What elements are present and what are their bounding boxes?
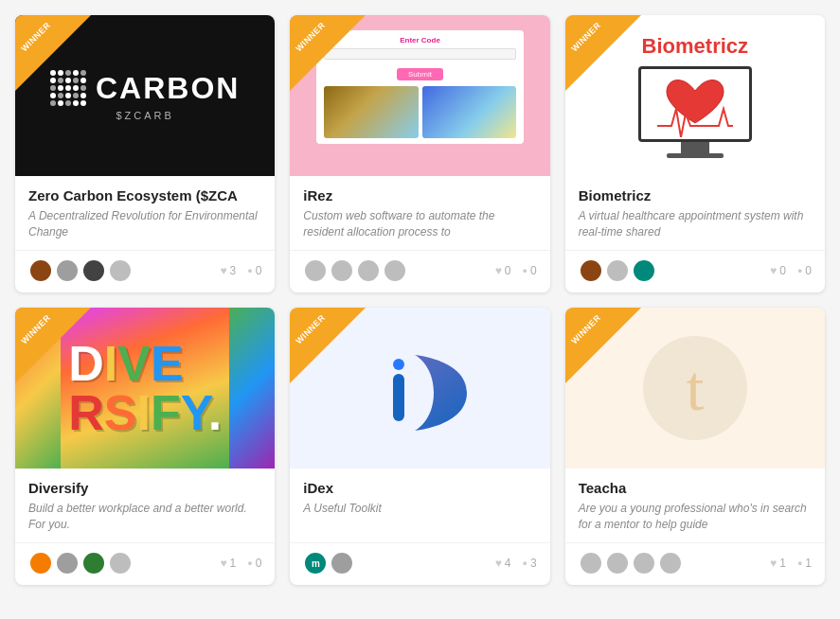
- like-count: 0: [495, 264, 511, 277]
- avatar: [658, 551, 683, 575]
- card-teacha[interactable]: WINNER t Teacha Are you a young professi…: [565, 308, 825, 585]
- like-count: 4: [495, 557, 511, 570]
- monitor-graphic: [638, 66, 752, 158]
- card-carbon-image: WINNER CARBON $ZCARB: [15, 15, 275, 176]
- card-teacha-title: Teacha: [579, 480, 812, 496]
- winner-ribbon-carbon: WINNER: [15, 15, 91, 91]
- card-diversify-title: Diversify: [28, 480, 261, 496]
- card-irez-stats: 0 0: [495, 264, 537, 277]
- card-irez-image: WINNER Enter Code Submit: [290, 15, 549, 176]
- avatar: [55, 551, 80, 575]
- card-idex-stats: 4 3: [495, 557, 537, 570]
- avatar: [632, 258, 656, 283]
- avatar: [579, 551, 603, 575]
- card-idex-title: iDex: [303, 480, 536, 496]
- card-diversify-image: WINNER DIVE RSIFY.: [15, 308, 275, 469]
- card-idex[interactable]: WINNER: [290, 308, 549, 585]
- avatar: [108, 551, 133, 575]
- card-biometricz-desc: A virtual healthcare appointment system …: [579, 208, 812, 240]
- card-teacha-avatars: [579, 551, 683, 575]
- card-teacha-image: WINNER t: [565, 308, 825, 469]
- card-biometricz-footer: 0 0: [565, 250, 825, 292]
- card-biometricz[interactable]: WINNER Biometricz: [565, 15, 825, 292]
- card-carbon-desc: A Decentralized Revolution for Environme…: [28, 208, 261, 240]
- svg-point-0: [393, 359, 404, 370]
- card-biometricz-image: WINNER Biometricz: [565, 15, 825, 176]
- card-diversify-desc: Build a better workplace and a better wo…: [28, 501, 261, 533]
- card-irez-footer: 0 0: [290, 250, 549, 292]
- avatar: [28, 258, 53, 283]
- comment-count: 3: [523, 557, 537, 570]
- card-irez-title: iRez: [303, 187, 536, 203]
- avatar: [605, 551, 630, 575]
- card-idex-footer: m 4 3: [290, 542, 549, 585]
- biometricz-brand-text: Biometricz: [642, 34, 748, 59]
- card-teacha-stats: 1 1: [770, 557, 812, 570]
- teacha-letter: t: [686, 351, 704, 426]
- avatar: [383, 258, 407, 283]
- card-idex-avatars: m: [303, 551, 354, 575]
- like-count: 3: [220, 264, 236, 277]
- idex-logo: [363, 308, 476, 469]
- comment-count: 1: [797, 557, 812, 570]
- card-carbon-footer: 3 0: [15, 250, 275, 292]
- card-irez-avatars: [303, 258, 407, 283]
- winner-ribbon-teacha: WINNER: [565, 308, 641, 383]
- winner-ribbon-irez: WINNER: [290, 15, 366, 91]
- card-diversify[interactable]: WINNER DIVE RSIFY. Diversify Build a bet…: [15, 308, 275, 585]
- avatar: [330, 551, 354, 575]
- comment-count: 0: [247, 264, 261, 277]
- card-carbon-stats: 3 0: [220, 264, 261, 277]
- card-irez[interactable]: WINNER Enter Code Submit iRez Custom: [290, 15, 549, 292]
- card-carbon-title: Zero Carbon Ecosystem ($ZCA: [28, 187, 261, 203]
- winner-ribbon-diversify: WINNER: [15, 308, 91, 383]
- like-count: 1: [770, 557, 786, 570]
- avatar: [81, 551, 106, 575]
- card-diversify-stats: 1 0: [220, 557, 261, 570]
- card-teacha-desc: Are you a young professional who's in se…: [579, 501, 812, 533]
- like-count: 0: [770, 264, 786, 277]
- card-teacha-body: Teacha Are you a young professional who'…: [565, 469, 825, 542]
- card-biometricz-title: Biometricz: [579, 187, 812, 203]
- card-carbon-avatars: [28, 258, 133, 283]
- comment-count: 0: [797, 264, 812, 277]
- avatar: [579, 258, 603, 283]
- card-biometricz-stats: 0 0: [770, 264, 812, 277]
- avatar: m: [303, 551, 328, 575]
- avatar: [303, 258, 328, 283]
- avatar: [356, 258, 381, 283]
- avatar: [330, 258, 354, 283]
- winner-ribbon-idex: WINNER: [290, 308, 366, 383]
- avatar: [605, 258, 630, 283]
- card-idex-image: WINNER: [290, 308, 549, 469]
- teacha-circle: t: [643, 336, 747, 440]
- avatar: [108, 258, 133, 283]
- avatar: [632, 551, 656, 575]
- svg-rect-1: [393, 374, 404, 421]
- cards-grid: WINNER CARBON $ZCARB Zero Carbon Ecosyst: [15, 15, 825, 585]
- comment-count: 0: [247, 557, 261, 570]
- card-idex-body: iDex A Useful Toolkit: [290, 469, 549, 542]
- card-biometricz-avatars: [579, 258, 656, 283]
- like-count: 1: [220, 557, 236, 570]
- winner-ribbon-biometricz: WINNER: [565, 15, 641, 91]
- teacha-logo-area: t: [643, 308, 747, 469]
- card-biometricz-body: Biometricz A virtual healthcare appointm…: [565, 176, 825, 250]
- card-idex-desc: A Useful Toolkit: [303, 501, 536, 533]
- card-carbon[interactable]: WINNER CARBON $ZCARB Zero Carbon Ecosyst: [15, 15, 275, 292]
- card-irez-desc: Custom web software to automate the resi…: [303, 208, 536, 240]
- card-diversify-body: Diversify Build a better workplace and a…: [15, 469, 275, 542]
- comment-count: 0: [523, 264, 537, 277]
- avatar: [81, 258, 106, 283]
- card-diversify-footer: 1 0: [15, 542, 275, 585]
- card-diversify-avatars: [28, 551, 133, 575]
- avatar: [55, 258, 80, 283]
- card-irez-body: iRez Custom web software to automate the…: [290, 176, 549, 250]
- avatar: [28, 551, 53, 575]
- card-carbon-body: Zero Carbon Ecosystem ($ZCA A Decentrali…: [15, 176, 275, 250]
- card-teacha-footer: 1 1: [565, 542, 825, 585]
